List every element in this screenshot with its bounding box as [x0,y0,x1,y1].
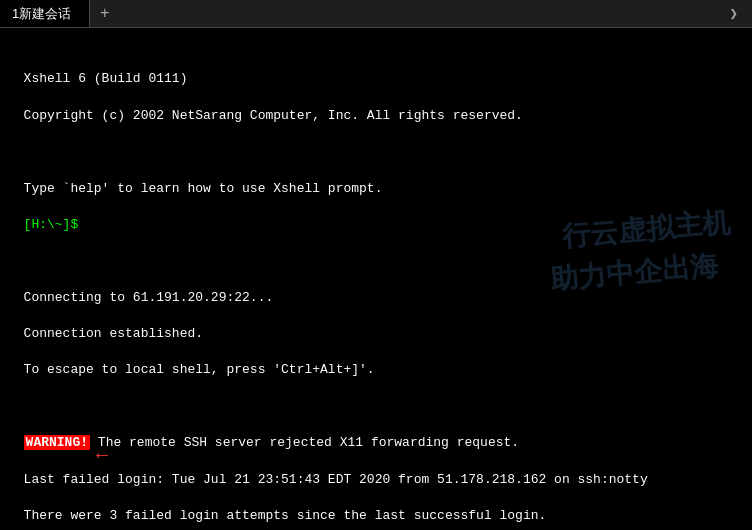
local-prompt: [H:\~]$ [24,217,79,232]
escape-hint: To escape to local shell, press 'Ctrl+Al… [24,362,375,377]
connecting-line: Connecting to 61.191.20.29:22... [24,290,274,305]
titlebar-arrow[interactable]: ❯ [724,5,744,22]
warning-badge: WARNING! [24,435,90,450]
titlebar: 1新建会话 + ❯ [0,0,752,28]
last-failed-login: Last failed login: Tue Jul 21 23:51:43 E… [24,472,648,487]
titlebar-controls: ❯ [724,5,752,22]
session-tab-label: 1新建会话 [12,5,71,23]
help-hint: Type `help' to learn how to use Xshell p… [24,181,383,196]
session-tab[interactable]: 1新建会话 [0,0,90,27]
xshell-header-line2: Copyright (c) 2002 NetSarang Computer, I… [24,108,523,123]
failed-attempts: There were 3 failed login attempts since… [24,508,547,523]
warning-text: The remote SSH server rejected X11 forwa… [90,435,519,450]
new-tab-button[interactable]: + [90,0,120,27]
watermark: 行云虚拟主机助力中企出海 [526,160,739,345]
terminal: Xshell 6 (Build 0111) Copyright (c) 2002… [0,28,752,530]
connection-established: Connection established. [24,326,203,341]
xshell-header-line1: Xshell 6 (Build 0111) [24,71,188,86]
